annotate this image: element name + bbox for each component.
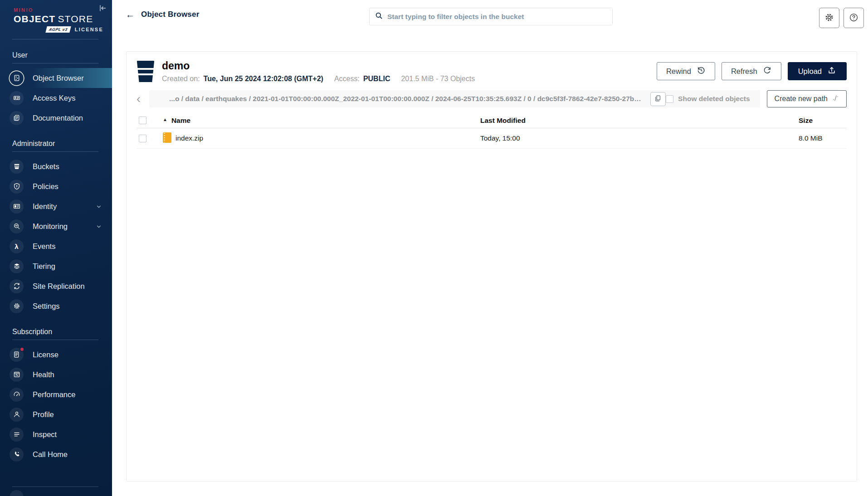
created-value: Tue, Jun 25 2024 12:02:08 (GMT+2)	[204, 75, 323, 83]
access-value: PUBLIC	[363, 75, 390, 83]
product-text: OBJECTSTORE	[14, 14, 112, 24]
search-box[interactable]	[369, 8, 613, 25]
sidebar-item-documentation[interactable]: Documentation	[0, 108, 112, 128]
show-deleted-checkbox[interactable]	[666, 95, 673, 103]
column-header-size: Size	[799, 117, 847, 125]
policies-icon	[10, 180, 24, 194]
sidebar-item-label: Inspect	[33, 430, 57, 439]
sidebar-item-buckets[interactable]: Buckets	[0, 156, 112, 176]
sidebar-item-call-home[interactable]: Call Home	[0, 444, 112, 464]
bucket-usage: 201.5 MiB - 73 Objects	[401, 75, 475, 83]
chevron-down-icon	[96, 203, 102, 209]
select-all-checkbox[interactable]	[139, 117, 146, 124]
sidebar-item-license[interactable]: License	[0, 345, 112, 365]
sidebar-item-label: Tiering	[33, 262, 55, 271]
sidebar-item-label: Health	[33, 370, 54, 379]
create-path-icon	[832, 95, 839, 103]
sidebar-item-label: Performance	[33, 390, 75, 399]
sidebar-item-profile[interactable]: Profile	[0, 404, 112, 424]
path-row: ‹ ...o / data / earthquakes / 2021-01-01…	[137, 90, 847, 107]
sidebar-bottom-divider	[12, 486, 98, 487]
search-icon	[375, 12, 383, 21]
access-label: Access:	[334, 75, 360, 83]
sidebar-item-events[interactable]: λEvents	[0, 236, 112, 256]
sidebar: MINIO OBJECTSTORE AGPL v3 LICENSE UserOb…	[0, 0, 112, 496]
sidebar-item-performance[interactable]: Performance	[0, 384, 112, 404]
sidebar-item-label: Site Replication	[33, 282, 85, 291]
object-last-modified: Today, 15:00	[480, 134, 799, 142]
sidebar-item-label: Object Browser	[33, 74, 84, 83]
refresh-icon	[763, 66, 772, 77]
sidebar-item-inspect[interactable]: Inspect	[0, 424, 112, 444]
section-divider	[12, 340, 98, 340]
zip-file-icon	[163, 132, 171, 145]
sidebar-item-monitoring[interactable]: Monitoring	[0, 216, 112, 236]
object-name[interactable]: index.zip	[176, 134, 203, 142]
created-label: Created on:	[162, 75, 200, 83]
create-new-path-button[interactable]: Create new path	[767, 90, 847, 107]
overflow-item-icon	[10, 490, 24, 496]
minio-logo: MINIO OBJECTSTORE AGPL v3 LICENSE	[0, 0, 112, 33]
license-icon	[10, 348, 24, 362]
upload-button[interactable]: Upload	[788, 62, 847, 80]
sidebar-item-identity[interactable]: Identity	[0, 196, 112, 216]
object-size: 8.0 MiB	[799, 134, 847, 142]
sidebar-item-label: Call Home	[33, 450, 68, 459]
breadcrumb[interactable]: ...o / data / earthquakes / 2021-01-01T0…	[169, 95, 645, 103]
bucket-header: demo Created on: Tue, Jun 25 2024 12:02:…	[137, 60, 847, 83]
settings-icon	[10, 299, 24, 313]
column-header-name[interactable]: ▲ Name	[163, 117, 480, 125]
section-label-user: User	[12, 51, 112, 59]
sidebar-item-health[interactable]: Health	[0, 365, 112, 384]
license-alert-dot	[20, 347, 24, 352]
rewind-button[interactable]: Rewind	[657, 62, 715, 80]
monitoring-icon	[10, 219, 24, 233]
sidebar-item-label: Settings	[33, 302, 60, 311]
sidebar-item-label: Policies	[33, 182, 59, 191]
section-label-administrator: Administrator	[12, 140, 112, 148]
license-label: LICENSE	[75, 27, 103, 32]
refresh-button[interactable]: Refresh	[722, 62, 781, 80]
sidebar-item-label: Events	[33, 242, 55, 251]
health-icon	[10, 368, 24, 382]
column-header-last-modified: Last Modified	[480, 117, 799, 125]
sidebar-item-site-replication[interactable]: Site Replication	[0, 276, 112, 296]
sidebar-item-label: Identity	[33, 202, 57, 211]
agpl-badge: AGPL v3	[45, 26, 71, 33]
collapse-sidebar-button[interactable]	[97, 3, 108, 14]
row-checkbox[interactable]	[139, 135, 146, 142]
table-row[interactable]: index.zipToday, 15:008.0 MiB	[137, 128, 847, 149]
page-header: ← Object Browser	[126, 10, 199, 19]
site-replication-icon	[10, 279, 24, 293]
show-deleted-label: Show deleted objects	[678, 95, 750, 103]
help-button[interactable]	[844, 8, 864, 28]
sidebar-item-label: Access Keys	[33, 94, 75, 102]
section-divider	[12, 63, 98, 63]
collapse-sidebar-icon	[98, 7, 107, 14]
search-input[interactable]	[387, 13, 607, 21]
buckets-icon	[10, 160, 24, 174]
sidebar-item-tiering[interactable]: Tiering	[0, 256, 112, 276]
identity-icon	[10, 199, 24, 214]
table-body: index.zipToday, 15:008.0 MiB	[137, 128, 847, 149]
page-title: Object Browser	[141, 10, 199, 19]
bucket-icon	[137, 61, 155, 82]
sidebar-item-access-keys[interactable]: Access Keys	[0, 88, 112, 108]
settings-button[interactable]	[819, 8, 839, 28]
performance-icon	[10, 388, 24, 402]
documentation-icon	[10, 111, 24, 125]
sidebar-item-settings[interactable]: Settings	[0, 296, 112, 316]
copy-path-button[interactable]	[650, 92, 666, 106]
sort-asc-icon: ▲	[163, 117, 167, 122]
path-back-button[interactable]: ‹	[137, 93, 149, 104]
rewind-icon	[697, 66, 706, 77]
bucket-meta: Created on: Tue, Jun 25 2024 12:02:08 (G…	[162, 75, 475, 83]
back-arrow-icon[interactable]: ←	[126, 10, 135, 19]
sidebar-item-policies[interactable]: Policies	[0, 176, 112, 196]
section-divider	[12, 151, 98, 152]
object-table: ▲ Name Last Modified Size index.zipToday…	[137, 113, 847, 149]
access-keys-icon	[10, 91, 24, 105]
object-browser-icon	[10, 71, 24, 85]
sidebar-item-label: Buckets	[33, 162, 59, 171]
sidebar-item-object-browser[interactable]: Object Browser	[0, 68, 112, 88]
